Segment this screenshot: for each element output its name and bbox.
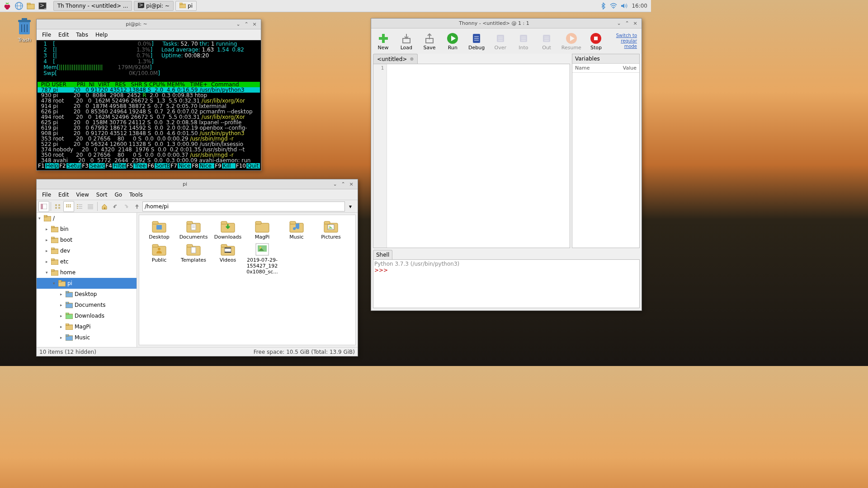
terminal-content[interactable]: 1 [ 0.0%] Tasks: 52, 70 thr; 1 running 2… — [37, 40, 261, 170]
trash-icon[interactable]: Trash — [14, 15, 35, 43]
filemanager-icon[interactable] — [25, 0, 36, 11]
terminal-window: pi@pi: ~ ⌄ ⌃ × FileEditTabsHelp 1 [ 0.0%… — [36, 19, 261, 171]
file-icon-music[interactable]: Music — [280, 219, 313, 240]
shell-body[interactable]: Python 3.7.3 (/usr/bin/python3) >>> — [373, 259, 640, 308]
tree-item-boot[interactable]: ▸boot — [37, 235, 137, 245]
terminal-titlebar[interactable]: pi@pi: ~ ⌄ ⌃ × — [37, 19, 261, 29]
file-icon-2019-07-29-155427-868x488-sc-[interactable]: 2019-07-29-155427_1920x1080_sc... — [246, 242, 278, 275]
bluetooth-icon[interactable] — [600, 2, 606, 9]
taskbar: >_ ThThonny - <untitled> ... >_pi@pi: ~ … — [0, 0, 651, 12]
path-input[interactable] — [142, 202, 345, 211]
view-sidepane-icon[interactable] — [38, 201, 49, 212]
back-icon[interactable] — [110, 201, 121, 212]
svg-rect-81 — [290, 221, 296, 224]
tool-stop[interactable]: Stop — [589, 32, 604, 51]
file-icon-videos[interactable]: Videos — [212, 242, 244, 275]
file-icon-magpi[interactable]: MagPi — [246, 219, 278, 240]
svg-rect-67 — [66, 334, 69, 336]
menu-edit[interactable]: Edit — [55, 190, 72, 199]
tree-item-etc[interactable]: ▸etc — [37, 256, 137, 267]
menu-sort[interactable]: Sort — [93, 190, 111, 199]
svg-rect-117 — [543, 35, 550, 42]
svg-rect-29 — [70, 204, 71, 206]
svg-rect-22 — [41, 204, 43, 209]
menu-view[interactable]: View — [72, 190, 92, 199]
svg-rect-101 — [379, 37, 388, 40]
taskbar-app-thonny[interactable]: ThThonny - <untitled> ... — [53, 1, 132, 11]
maximize-icon[interactable]: ⌃ — [243, 21, 250, 28]
maximize-icon[interactable]: ⌃ — [340, 181, 347, 188]
svg-rect-70 — [156, 225, 162, 230]
file-icon-public[interactable]: Public — [143, 242, 175, 275]
minimize-icon[interactable]: ⌄ — [331, 181, 339, 188]
close-icon[interactable]: × — [251, 21, 258, 28]
vars-col-value[interactable]: Value — [606, 64, 639, 72]
taskbar-app-filemanager[interactable]: pi — [175, 1, 197, 11]
menu-go[interactable]: Go — [111, 190, 126, 199]
tree-item-/[interactable]: ▾/ — [37, 213, 137, 224]
vars-col-name[interactable]: Name — [572, 64, 606, 72]
view-detail-icon[interactable] — [85, 201, 96, 212]
tree-item-pi[interactable]: ▾pi — [37, 278, 137, 289]
filemanager-tree[interactable]: ▾/▸bin▸boot▸dev▸etc▾home▾pi▸Desktop▸Docu… — [37, 213, 137, 347]
view-list-icon[interactable] — [74, 201, 85, 212]
tree-item-Downloads[interactable]: ▸Downloads — [37, 310, 137, 321]
terminal-icon[interactable]: >_ — [37, 0, 48, 11]
svg-rect-24 — [58, 204, 60, 206]
raspberry-menu-icon[interactable] — [2, 0, 13, 11]
tree-item-Documents[interactable]: ▸Documents — [37, 300, 137, 310]
gutter: 1 — [373, 64, 387, 248]
file-icon-templates[interactable]: Templates — [177, 242, 210, 275]
web-icon[interactable] — [14, 0, 24, 11]
tab-close-icon[interactable]: ⊗ — [410, 56, 413, 61]
thonny-titlebar[interactable]: Thonny - <untitled> @ 1 : 1 ⌄ ⌃ × — [371, 19, 642, 28]
svg-rect-17 — [22, 18, 27, 20]
path-dropdown-icon[interactable]: ▾ — [345, 201, 356, 212]
tool-save[interactable]: Save — [422, 32, 437, 51]
file-icon-desktop[interactable]: Desktop — [143, 219, 175, 240]
filemanager-iconview[interactable]: DesktopDocumentsDownloadsMagPiMusicPictu… — [139, 215, 356, 345]
menu-help[interactable]: Help — [92, 30, 111, 39]
tool-load[interactable]: Load — [399, 32, 414, 51]
tree-item-Desktop[interactable]: ▸Desktop — [37, 289, 137, 300]
tree-item-MagPi[interactable]: ▸MagPi — [37, 321, 137, 332]
close-icon[interactable]: × — [348, 181, 355, 188]
tree-item-home[interactable]: ▾home — [37, 267, 137, 278]
wifi-icon[interactable] — [610, 3, 617, 9]
clock[interactable]: 16:00 — [632, 3, 647, 9]
tree-item-dev[interactable]: ▸dev — [37, 245, 137, 256]
file-icon-downloads[interactable]: Downloads — [212, 219, 244, 240]
tool-debug[interactable]: Debug — [468, 32, 485, 51]
tool-run[interactable]: Run — [445, 32, 460, 51]
close-icon[interactable]: × — [632, 20, 639, 27]
tree-item-bin[interactable]: ▸bin — [37, 224, 137, 235]
filemanager-titlebar[interactable]: pi ⌄ ⌃ × — [37, 179, 358, 189]
maximize-icon[interactable]: ⌃ — [623, 20, 631, 27]
tool-new[interactable]: New — [376, 32, 391, 51]
home-icon[interactable] — [99, 201, 110, 212]
editor-tab[interactable]: <untitled>⊗ — [373, 54, 418, 64]
menu-file[interactable]: File — [38, 190, 55, 199]
menu-file[interactable]: File — [38, 30, 55, 39]
taskbar-app-terminal[interactable]: >_pi@pi: ~ — [134, 1, 174, 11]
minimize-icon[interactable]: ⌄ — [615, 20, 623, 27]
svg-text:>_: >_ — [139, 3, 144, 8]
code-editor[interactable]: 1 — [373, 64, 570, 248]
view-small-icons-icon[interactable] — [63, 201, 74, 212]
filemanager-menubar: FileEditViewSortGoTools — [37, 189, 358, 200]
menu-edit[interactable]: Edit — [55, 30, 72, 39]
file-icon-pictures[interactable]: Pictures — [315, 219, 347, 240]
file-icon-documents[interactable]: Documents — [177, 219, 210, 240]
variables-title: Variables — [572, 54, 639, 64]
tree-item-Music[interactable]: ▸Music — [37, 332, 137, 343]
forward-icon[interactable] — [121, 201, 132, 212]
view-icons-icon[interactable] — [52, 201, 63, 212]
up-icon[interactable] — [132, 201, 142, 212]
shell-tab[interactable]: Shell — [373, 250, 392, 259]
minimize-icon[interactable]: ⌄ — [235, 21, 242, 28]
menu-tools[interactable]: Tools — [126, 190, 146, 199]
menu-tabs[interactable]: Tabs — [72, 30, 92, 39]
svg-rect-52 — [51, 260, 58, 265]
switch-mode-link[interactable]: Switch toregular mode — [612, 33, 637, 49]
volume-icon[interactable] — [621, 3, 628, 9]
